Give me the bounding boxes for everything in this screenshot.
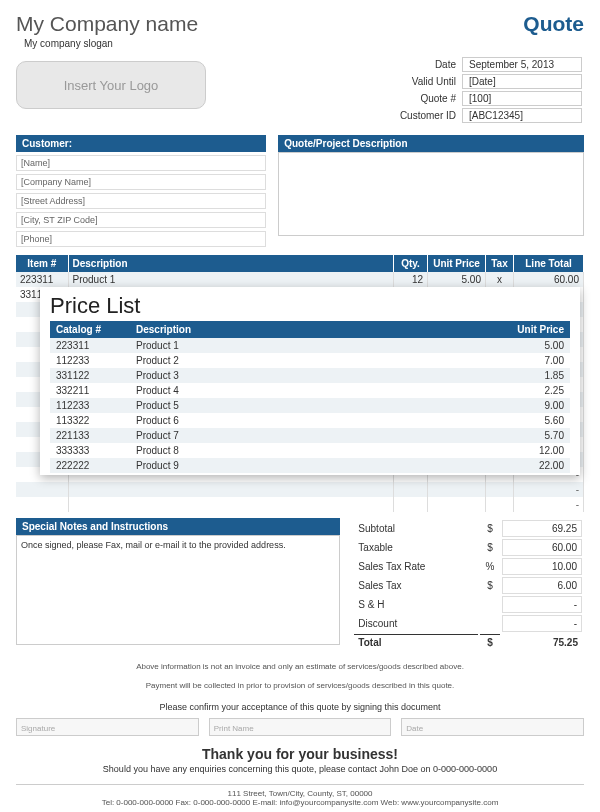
notes-header: Special Notes and Instructions: [16, 518, 340, 535]
col-qty: Qty.: [394, 255, 428, 272]
price-list-overlay: Price List Catalog # Description Unit Pr…: [40, 287, 580, 475]
company-slogan: My company slogan: [24, 38, 198, 49]
table-row: -: [16, 482, 584, 497]
header: My Company name My company slogan Quote: [16, 12, 584, 49]
disclaimer-1: Above information is not an invoice and …: [16, 662, 584, 671]
items-wrap: Item # Description Qty. Unit Price Tax L…: [16, 255, 584, 512]
list-item: 332211Product 42.25: [50, 383, 570, 398]
signature-field[interactable]: Signature: [16, 718, 199, 736]
sh-label: S & H: [354, 596, 478, 613]
table-row: 223311Product 1125.00x60.00: [16, 272, 584, 287]
totals-table: Subtotal$69.25 Taxable$60.00 Sales Tax R…: [352, 518, 584, 652]
disclaimer-2: Payment will be collected in prior to pr…: [16, 681, 584, 690]
customer-company[interactable]: [Company Name]: [16, 174, 266, 190]
confirm-text: Please confirm your acceptance of this q…: [16, 702, 584, 712]
desc-header: Quote/Project Description: [278, 135, 584, 152]
valid-label: Valid Until: [396, 74, 460, 89]
company-name: My Company name: [16, 12, 198, 36]
customer-phone[interactable]: [Phone]: [16, 231, 266, 247]
list-item: 112233Product 59.00: [50, 398, 570, 413]
list-item: 223311Product 15.00: [50, 338, 570, 353]
meta-table: DateSeptember 5, 2013 Valid Until[Date] …: [394, 55, 584, 125]
rate-label: Sales Tax Rate: [354, 558, 478, 575]
list-item: 222222Product 922.00: [50, 458, 570, 473]
subtotal-label: Subtotal: [354, 520, 478, 537]
footer-contact: Tel: 0-000-000-0000 Fax: 0-000-000-0000 …: [16, 798, 584, 807]
list-item: 112233Product 27.00: [50, 353, 570, 368]
rate-value[interactable]: 10.00: [502, 558, 582, 575]
valid-value[interactable]: [Date]: [462, 74, 582, 89]
meta-row: Insert Your Logo DateSeptember 5, 2013 V…: [16, 55, 584, 125]
tax-value: 6.00: [502, 577, 582, 594]
customer-city[interactable]: [City, ST ZIP Code]: [16, 212, 266, 228]
price-list-title: Price List: [50, 293, 570, 319]
signature-row: Signature Print Name Date: [16, 718, 584, 736]
pl-col-desc: Description: [130, 321, 490, 338]
list-item: 333333Product 812.00: [50, 443, 570, 458]
total-label: Total: [354, 634, 478, 650]
notes-box[interactable]: Once signed, please Fax, mail or e-mail …: [16, 535, 340, 645]
col-price: Unit Price: [428, 255, 486, 272]
list-item: 331122Product 31.85: [50, 368, 570, 383]
list-item: 113322Product 65.60: [50, 413, 570, 428]
list-item: 221133Product 75.70: [50, 428, 570, 443]
qnum-label: Quote #: [396, 91, 460, 106]
logo-placeholder[interactable]: Insert Your Logo: [16, 61, 206, 109]
col-item: Item #: [16, 255, 68, 272]
price-list-table: Catalog # Description Unit Price 223311P…: [50, 321, 570, 473]
customer-header: Customer:: [16, 135, 266, 152]
sh-value[interactable]: -: [502, 596, 582, 613]
total-value: 75.25: [502, 634, 582, 650]
sigdate-field[interactable]: Date: [401, 718, 584, 736]
cid-value[interactable]: [ABC12345]: [462, 108, 582, 123]
pl-col-price: Unit Price: [490, 321, 570, 338]
enquiries-text: Should you have any enquiries concerning…: [16, 764, 584, 774]
footer: 111 Street, Town/City, County, ST, 00000…: [16, 784, 584, 807]
quote-title: Quote: [523, 12, 584, 36]
bottom-row: Special Notes and Instructions Once sign…: [16, 518, 584, 652]
col-desc: Description: [68, 255, 394, 272]
discount-label: Discount: [354, 615, 478, 632]
customer-name[interactable]: [Name]: [16, 155, 266, 171]
printname-field[interactable]: Print Name: [209, 718, 392, 736]
desc-box[interactable]: [278, 152, 584, 236]
customer-street[interactable]: [Street Address]: [16, 193, 266, 209]
table-row: -: [16, 497, 584, 512]
thanks-text: Thank you for your business!: [16, 746, 584, 762]
col-total: Line Total: [514, 255, 584, 272]
discount-value[interactable]: -: [502, 615, 582, 632]
taxable-label: Taxable: [354, 539, 478, 556]
cid-label: Customer ID: [396, 108, 460, 123]
subtotal-value: 69.25: [502, 520, 582, 537]
qnum-value[interactable]: [100]: [462, 91, 582, 106]
col-tax: Tax: [486, 255, 514, 272]
tax-label: Sales Tax: [354, 577, 478, 594]
taxable-value: 60.00: [502, 539, 582, 556]
customer-desc-row: Customer: [Name] [Company Name] [Street …: [16, 135, 584, 247]
customer-fields: [Name] [Company Name] [Street Address] […: [16, 155, 266, 247]
date-label: Date: [396, 57, 460, 72]
date-value[interactable]: September 5, 2013: [462, 57, 582, 72]
pl-col-cat: Catalog #: [50, 321, 130, 338]
footer-addr: 111 Street, Town/City, County, ST, 00000: [16, 789, 584, 798]
